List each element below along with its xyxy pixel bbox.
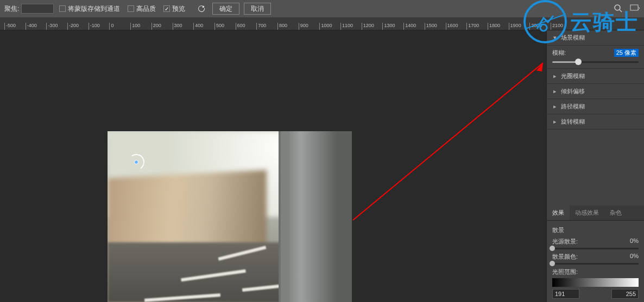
ruler-tick: 2000 — [529, 23, 542, 30]
ruler-tick: 200 — [151, 23, 161, 30]
iris-blur-section[interactable]: ▸ 光圈模糊 — [547, 69, 644, 84]
iris-blur-label: 光圈模糊 — [561, 72, 639, 80]
ruler-tick: 1500 — [425, 23, 437, 30]
canvas-area[interactable] — [0, 30, 546, 302]
ruler-tick: -200 — [67, 23, 79, 30]
ruler-tick: 1400 — [403, 23, 416, 30]
ruler-tick: 900 — [299, 23, 308, 30]
checkbox-icon — [128, 5, 134, 12]
ruler-tick: 100 — [130, 23, 140, 30]
save-mask-label: 将蒙版存储到通道 — [68, 4, 120, 14]
ruler-tick: 0 — [109, 23, 113, 30]
ruler-tick: 400 — [193, 23, 203, 30]
ok-label: 确定 — [219, 4, 232, 14]
options-bar: 聚焦: 将蒙版存储到通道 高品质 ✓ 预览 确定 取消 — [0, 0, 644, 17]
ruler-tick: 1200 — [362, 23, 374, 30]
ruler-tick: 300 — [173, 23, 182, 30]
svg-marker-4 — [536, 63, 543, 72]
slider-thumb[interactable] — [550, 261, 555, 266]
pin-center-icon — [134, 160, 138, 164]
svg-line-3 — [353, 63, 543, 220]
tab-motion-effects[interactable]: 动感效果 — [570, 205, 604, 220]
slider-fill — [552, 61, 578, 63]
focus-label: 聚焦: — [4, 4, 19, 14]
photo-building-right — [279, 131, 352, 302]
bokeh-title: 散景 — [552, 226, 639, 234]
slider-thumb[interactable] — [575, 59, 582, 65]
path-blur-label: 路径模糊 — [561, 102, 639, 111]
ok-button[interactable]: 确定 — [212, 3, 239, 15]
ruler-tick: 1600 — [446, 23, 458, 30]
blur-slider[interactable] — [552, 61, 639, 63]
checkbox-checked-icon: ✓ — [163, 5, 170, 12]
focus-input[interactable] — [21, 4, 54, 14]
ruler-tick: 1800 — [488, 23, 500, 30]
svg-point-0 — [615, 5, 620, 10]
document-canvas[interactable] — [108, 131, 352, 302]
light-range-low[interactable] — [552, 289, 579, 299]
ruler-tick: 700 — [256, 23, 266, 30]
ruler-tick: 800 — [277, 23, 287, 30]
high-quality-checkbox[interactable]: 高品质 — [128, 4, 156, 14]
ruler-tick: 1100 — [340, 23, 353, 30]
light-range-gradient[interactable] — [552, 278, 639, 287]
light-bokeh-label: 光源散景: — [552, 237, 578, 246]
reset-icon[interactable] — [195, 3, 208, 14]
blur-label: 模糊: — [552, 49, 566, 57]
svg-line-1 — [620, 10, 622, 12]
chevron-right-icon: ▸ — [552, 118, 558, 125]
workspace: ▾ 场景模糊 模糊: 25 像素 ▸ 光圈模糊 ▸ 倾斜偏移 — [0, 30, 644, 302]
chevron-right-icon: ▸ — [552, 88, 558, 95]
field-blur-label: 场景模糊 — [561, 34, 639, 42]
light-bokeh-value[interactable]: 0% — [630, 237, 639, 246]
search-icon[interactable] — [614, 4, 622, 14]
ruler-tick: -500 — [4, 23, 16, 30]
ruler-tick: 500 — [214, 23, 224, 30]
blur-value[interactable]: 25 像素 — [614, 49, 639, 57]
tab-effects[interactable]: 效果 — [547, 205, 570, 220]
spin-blur-section[interactable]: ▸ 旋转模糊 — [547, 114, 644, 130]
ruler-tick: 1700 — [466, 23, 479, 30]
effects-tabs: 效果 动感效果 杂色 — [547, 205, 644, 221]
blur-pin[interactable] — [128, 154, 144, 170]
light-range-high[interactable] — [611, 289, 639, 299]
screen-mode-icon[interactable] — [630, 4, 640, 14]
light-bokeh-slider[interactable] — [552, 248, 639, 249]
ruler-tick: -300 — [46, 23, 58, 30]
checkbox-icon — [59, 5, 66, 12]
field-blur-section[interactable]: ▾ 场景模糊 — [547, 30, 644, 46]
ruler-tick: -100 — [89, 23, 100, 30]
tab-noise[interactable]: 杂色 — [604, 205, 627, 220]
ruler-tick: -400 — [26, 23, 37, 30]
blur-gallery-panel: ▾ 场景模糊 模糊: 25 像素 ▸ 光圈模糊 ▸ 倾斜偏移 — [546, 30, 644, 302]
chevron-right-icon: ▸ — [552, 73, 558, 80]
bokeh-color-label: 散景颜色: — [552, 253, 578, 261]
tilt-shift-section[interactable]: ▸ 倾斜偏移 — [547, 84, 644, 99]
preview-label: 预览 — [172, 4, 185, 14]
effects-panel: 效果 动感效果 杂色 散景 光源散景: 0% 散景颜色: 0% — [547, 205, 644, 302]
ruler-tick: 600 — [236, 23, 245, 30]
path-blur-section[interactable]: ▸ 路径模糊 — [547, 99, 644, 114]
chevron-down-icon: ▾ — [552, 34, 558, 41]
cancel-label: 取消 — [251, 4, 264, 14]
blur-amount-control: 模糊: 25 像素 — [547, 46, 644, 69]
light-range-label: 光照范围: — [552, 268, 639, 276]
tilt-shift-label: 倾斜偏移 — [561, 87, 639, 95]
bokeh-color-slider[interactable] — [552, 263, 639, 265]
ruler-tick: 1300 — [382, 23, 395, 30]
preview-checkbox[interactable]: ✓ 预览 — [163, 4, 185, 14]
ruler-tick: 2100 — [551, 23, 563, 30]
horizontal-ruler: -500-400-300-200-10001002003004005006007… — [0, 17, 644, 30]
ruler-tick: 1000 — [319, 23, 332, 30]
high-quality-label: 高品质 — [136, 4, 156, 14]
spin-blur-label: 旋转模糊 — [561, 118, 639, 126]
chevron-right-icon: ▸ — [552, 103, 558, 110]
save-mask-checkbox[interactable]: 将蒙版存储到通道 — [59, 4, 120, 14]
slider-thumb[interactable] — [550, 246, 555, 251]
cancel-button[interactable]: 取消 — [244, 3, 271, 15]
svg-rect-2 — [630, 5, 638, 10]
bokeh-color-value[interactable]: 0% — [630, 253, 639, 261]
ruler-tick: 1900 — [509, 23, 521, 30]
